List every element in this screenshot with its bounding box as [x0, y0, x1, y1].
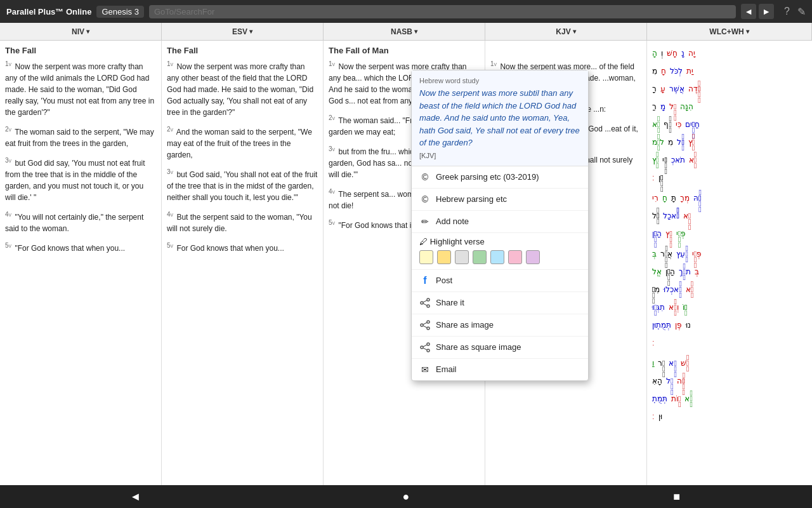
svg-line-4	[423, 304, 427, 305]
menu-greek-parsing-label: Greek parsing etc (03-2019)	[436, 172, 580, 182]
svg-point-0	[427, 298, 429, 301]
highlight-row: 🖊 Highlight verse	[412, 233, 588, 270]
post-icon: f	[419, 275, 431, 286]
kjv-ref: [KJV]	[419, 152, 580, 159]
word-study-label: Hebrew word study	[419, 77, 580, 84]
overlay[interactable]: Hebrew word study Now the serpent was mo…	[0, 0, 812, 508]
svg-line-3	[423, 300, 427, 302]
menu-hebrew-parsing-label: Hebrew parsing etc	[436, 194, 580, 204]
menu-item-share-square[interactable]: Share as square image	[412, 337, 588, 359]
svg-point-10	[427, 343, 429, 345]
svg-point-7	[427, 327, 429, 330]
menu-add-note-label: Add note	[436, 217, 580, 226]
svg-point-2	[427, 305, 429, 307]
color-swatch-lavender[interactable]	[526, 250, 540, 264]
menu-post-label: Post	[436, 276, 580, 285]
greek-parsing-icon: ©	[419, 171, 431, 183]
color-swatch-pink[interactable]	[508, 250, 522, 264]
context-menu: Hebrew word study Now the serpent was mo…	[411, 70, 589, 381]
color-swatch-amber[interactable]	[437, 250, 451, 264]
color-swatches	[419, 250, 580, 264]
color-swatch-green[interactable]	[473, 250, 487, 264]
share-it-icon	[419, 297, 431, 309]
svg-point-12	[427, 349, 429, 352]
svg-point-11	[421, 346, 423, 349]
share-image-icon	[419, 319, 431, 331]
svg-line-14	[423, 348, 427, 350]
svg-line-8	[423, 323, 427, 324]
svg-point-1	[421, 302, 423, 304]
svg-point-6	[421, 324, 423, 326]
kjv-quote-text: Now the serpent was more subtil than any…	[419, 87, 580, 149]
highlight-label: 🖊 Highlight verse	[419, 237, 580, 246]
svg-line-13	[423, 345, 427, 347]
menu-item-share-it[interactable]: Share it	[412, 292, 588, 314]
menu-item-post[interactable]: f Post	[412, 270, 588, 292]
word-study-panel: Hebrew word study Now the serpent was mo…	[412, 70, 588, 166]
color-swatch-gray[interactable]	[455, 250, 469, 264]
hebrew-parsing-icon: ©	[419, 194, 431, 205]
color-swatch-blue[interactable]	[490, 250, 504, 264]
highlight-icon: 🖊	[419, 237, 428, 246]
menu-email-label: Email	[436, 364, 580, 374]
menu-share-it-label: Share it	[436, 298, 580, 307]
email-icon: ✉	[419, 364, 431, 375]
menu-share-image-label: Share as image	[436, 320, 580, 330]
menu-item-hebrew-parsing[interactable]: © Hebrew parsing etc	[412, 189, 588, 211]
svg-point-5	[427, 321, 429, 323]
menu-item-email[interactable]: ✉ Email	[412, 359, 588, 380]
menu-item-greek-parsing[interactable]: © Greek parsing etc (03-2019)	[412, 166, 588, 189]
menu-share-square-label: Share as square image	[436, 342, 580, 352]
share-square-icon	[419, 342, 431, 353]
add-note-icon: ✏	[419, 216, 431, 227]
svg-line-9	[423, 326, 427, 328]
color-swatch-yellow[interactable]	[419, 250, 433, 264]
menu-item-share-image[interactable]: Share as image	[412, 314, 588, 337]
menu-item-add-note[interactable]: ✏ Add note	[412, 211, 588, 233]
